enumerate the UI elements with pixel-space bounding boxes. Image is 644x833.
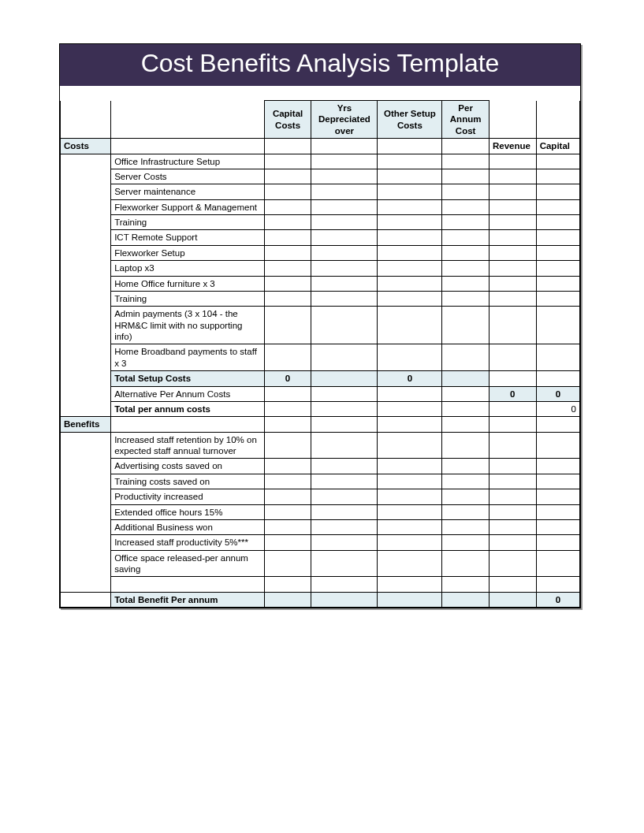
total-setup-row: Total Setup Costs 0 0 — [61, 371, 580, 386]
alt-per-annum-val2: 0 — [536, 386, 579, 401]
page: Cost Benefits Analysis Template Capital … — [0, 0, 644, 833]
table-row: Training — [61, 215, 580, 230]
table-row: Flexworker Setup — [61, 245, 580, 260]
analysis-table: Capital Costs Yrs Depreciated over Other… — [60, 86, 580, 608]
table-row: Home Office furniture x 3 — [61, 276, 580, 291]
cost-item: Flexworker Support & Management — [111, 199, 265, 214]
benefit-item: Extended office hours 15% — [111, 504, 265, 519]
cost-item: ICT Remote Support — [111, 230, 265, 245]
total-benefit-label: Total Benefit Per annum — [111, 592, 265, 607]
blank-cell — [378, 139, 442, 154]
header-row: Capital Costs Yrs Depreciated over Other… — [61, 101, 580, 139]
table-row: Office Infrastructure Setup — [61, 154, 580, 169]
total-per-annum-label: Total per annum costs — [111, 401, 265, 416]
total-benefit-val: 0 — [536, 592, 579, 607]
cost-item: Office Infrastructure Setup — [111, 154, 265, 169]
total-per-annum-row: Total per annum costs 0 — [61, 401, 580, 416]
section-benefits: Benefits — [61, 417, 111, 432]
header-blank-1 — [111, 101, 265, 139]
benefit-item: Productivity increased — [111, 489, 265, 504]
blank-cell — [442, 139, 490, 154]
col-per-annum: Per Annum Cost — [442, 101, 490, 139]
table-row — [61, 577, 580, 592]
table-row: Server Costs — [61, 169, 580, 184]
section-costs: Costs — [61, 139, 111, 154]
cost-item: Server Costs — [111, 169, 265, 184]
cost-item: Training — [111, 215, 265, 230]
table-row: Laptop x3 — [61, 261, 580, 276]
table-row: Flexworker Support & Management — [61, 199, 580, 214]
cost-item: Home Office furniture x 3 — [111, 276, 265, 291]
total-setup-other: 0 — [378, 371, 442, 386]
benefit-item: Training costs saved on — [111, 474, 265, 489]
table-row: Server maintenance — [61, 184, 580, 199]
col-other-setup: Other Setup Costs — [378, 101, 442, 139]
subheader-revenue: Revenue — [489, 139, 536, 154]
col-yrs-depreciated: Yrs Depreciated over — [311, 101, 378, 139]
cost-item: Training — [111, 291, 265, 306]
cost-item: Home Broadband payments to staff x 3 — [111, 344, 265, 371]
benefit-item: Office space released-per annum saving — [111, 550, 265, 577]
alt-per-annum-label: Alternative Per Annum Costs — [111, 386, 265, 401]
blank-cell — [311, 139, 378, 154]
table-row: Increased staff productivity 5%*** — [61, 535, 580, 550]
total-setup-label: Total Setup Costs — [111, 371, 265, 386]
header-blank-6 — [489, 101, 536, 139]
total-per-annum-val: 0 — [536, 401, 579, 416]
costs-section-row: Costs Revenue Capital — [61, 139, 580, 154]
table-row: Office space released-per annum saving — [61, 550, 580, 577]
benefit-item: Additional Business won — [111, 519, 265, 534]
table-row: Productivity increased — [61, 489, 580, 504]
benefit-item: Advertising costs saved on — [111, 459, 265, 474]
table-row: Admin payments (3 x 104 - the HRM&C limi… — [61, 307, 580, 344]
title-bar: Cost Benefits Analysis Template — [60, 44, 580, 86]
cost-item: Admin payments (3 x 104 - the HRM&C limi… — [111, 307, 265, 344]
table-row: Increased staff retention by 10% on expe… — [61, 432, 580, 459]
blank-cell — [264, 139, 311, 154]
cost-item: Flexworker Setup — [111, 245, 265, 260]
table-row: Training costs saved on — [61, 474, 580, 489]
benefits-section-row: Benefits — [61, 417, 580, 432]
spacer-row — [61, 86, 580, 101]
table-row: Advertising costs saved on — [61, 459, 580, 474]
table-row: Training — [61, 291, 580, 306]
header-blank-7 — [536, 101, 579, 139]
alt-per-annum-row: Alternative Per Annum Costs 0 0 — [61, 386, 580, 401]
table-row: ICT Remote Support — [61, 230, 580, 245]
cost-item: Server maintenance — [111, 184, 265, 199]
blank-cell — [111, 139, 265, 154]
col-capital-costs: Capital Costs — [264, 101, 311, 139]
cost-item: Laptop x3 — [111, 261, 265, 276]
title-text: Cost Benefits Analysis Template — [141, 49, 500, 77]
benefit-item: Increased staff retention by 10% on expe… — [111, 432, 265, 459]
table-row: Additional Business won — [61, 519, 580, 534]
subheader-capital: Capital — [536, 139, 579, 154]
table-row: Home Broadband payments to staff x 3 — [61, 344, 580, 371]
alt-per-annum-val1: 0 — [489, 386, 536, 401]
total-benefit-row: Total Benefit Per annum 0 — [61, 592, 580, 607]
table-row: Extended office hours 15% — [61, 504, 580, 519]
benefit-item: Increased staff productivity 5%*** — [111, 535, 265, 550]
total-setup-capital: 0 — [264, 371, 311, 386]
spreadsheet-frame: Cost Benefits Analysis Template Capital … — [59, 43, 581, 608]
header-blank-0 — [61, 101, 111, 139]
